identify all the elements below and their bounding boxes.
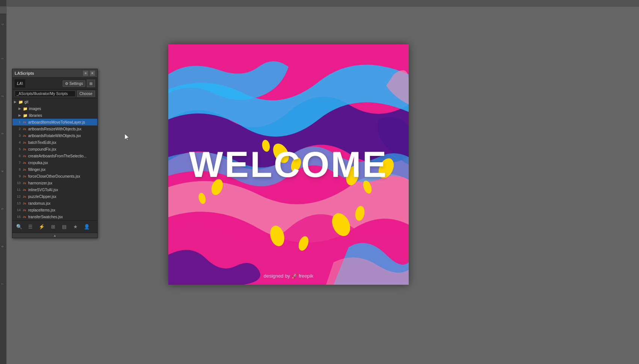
file-name: randomus.jsx <box>28 201 50 205</box>
jsx-file-icon: Js <box>22 207 27 213</box>
list-item[interactable]: 9 Js forceCloseOtherDocuments.jsx <box>12 173 97 180</box>
tab-layers[interactable]: ▤ <box>59 221 69 232</box>
settings-gear-icon: ⚙ <box>65 82 68 86</box>
list-item[interactable]: 15 Js transferSwatches.jsx <box>12 213 97 220</box>
item-number: 4 <box>14 140 21 144</box>
jsx-file-icon: Js <box>22 167 27 172</box>
chevron-right-icon: ▶ <box>18 107 21 110</box>
file-name: inlineSVGToAI.jsx <box>28 188 58 192</box>
tab-grid[interactable]: ⊞ <box>48 221 58 232</box>
jsx-file-icon: Js <box>22 174 27 179</box>
welcome-text: WELCOME <box>189 144 388 185</box>
settings-label: Settings <box>69 82 83 86</box>
lascripts-panel: LAScripts ≡ ✕ LA\ ⚙ Settings ⊞ Choose ▶ … <box>12 69 98 238</box>
list-item[interactable]: 14 Js replaceItems.jsx <box>12 207 97 213</box>
item-number: 14 <box>14 208 21 212</box>
artboard: WELCOME designed by 🚀 freepik <box>168 44 409 285</box>
panel-bottom-tabs: 🔍 ☰ ⚡ ⊞ ▤ ★ 👤 <box>12 220 97 233</box>
path-input[interactable] <box>15 91 76 97</box>
ruler-left: -1 1 2 3 4 5 6 7 <box>0 14 7 364</box>
choose-button[interactable]: Choose <box>77 91 95 97</box>
jsx-file-icon: Js <box>22 201 27 206</box>
chevron-right-icon: ▶ <box>18 113 21 117</box>
list-item[interactable]: 10 Js harmonizer.jsx <box>12 180 97 186</box>
path-row: Choose <box>12 89 97 98</box>
file-name: puzzleClipper.jsx <box>28 195 56 199</box>
item-number: 1 <box>14 120 21 124</box>
panel-minimize-button[interactable]: ≡ <box>83 71 88 76</box>
chevron-up-icon: ▲ <box>53 234 57 237</box>
list-item[interactable]: 3 Js artboardsRotateWithObjects.jsx <box>12 132 97 139</box>
list-item[interactable]: 5 Js compoundFix.jsx <box>12 146 97 153</box>
user-icon: 👤 <box>84 224 90 230</box>
list-item[interactable]: 7 Js cropulka.jsx <box>12 159 97 166</box>
folder-icon: 📁 <box>23 113 28 118</box>
file-name: artboardsRotateWithObjects.jsx <box>28 134 81 138</box>
settings-button[interactable]: ⚙ Settings <box>63 80 85 87</box>
jsx-file-icon: Js <box>22 147 27 152</box>
svg-text:5: 5 <box>1 208 4 210</box>
list-item[interactable]: ▶ 📁 images <box>12 105 97 112</box>
list-item[interactable]: 2 Js artboardsResizeWithObjects.jsx <box>12 125 97 132</box>
file-name: batchTextEdit.jsx <box>28 140 56 145</box>
tab-list[interactable]: ☰ <box>25 221 36 232</box>
list-item[interactable]: ▶ 📁 libraries <box>12 112 97 119</box>
svg-text:3: 3 <box>1 133 4 134</box>
list-item[interactable]: 11 Js inlineSVGToAI.jsx <box>12 186 97 193</box>
tab-user[interactable]: 👤 <box>82 221 92 232</box>
panel-title: LAScripts <box>15 71 34 76</box>
item-number: 15 <box>14 215 21 219</box>
jsx-file-icon: Js <box>22 133 27 138</box>
chevron-down-icon: ▶ <box>14 100 17 104</box>
tab-bolt[interactable]: ⚡ <box>36 221 47 232</box>
item-number: 13 <box>14 201 21 205</box>
canvas-area: WELCOME designed by 🚀 freepik <box>7 7 639 364</box>
list-item[interactable]: ▶ 📁 git <box>12 98 97 105</box>
bolt-icon: ⚡ <box>39 224 45 230</box>
list-item[interactable]: 6 Js createArtboardsFromTheSelectio... <box>12 153 97 159</box>
file-name: artboardsResizeWithObjects.jsx <box>28 127 82 131</box>
file-name: fillinger.jsx <box>28 168 45 172</box>
star-icon: ★ <box>73 224 78 230</box>
file-name: compoundFix.jsx <box>28 147 56 151</box>
list-item[interactable]: 13 Js randomus.jsx <box>12 200 97 207</box>
file-name: forceCloseOtherDocuments.jsx <box>28 174 80 178</box>
list-item[interactable]: 4 Js batchTextEdit.jsx <box>12 139 97 146</box>
panel-close-button[interactable]: ✕ <box>90 71 95 76</box>
svg-text:2: 2 <box>1 95 4 97</box>
list-item[interactable]: 12 Js puzzleClipper.jsx <box>12 193 97 200</box>
svg-text:-1: -1 <box>1 24 4 26</box>
la-logo: LA\ <box>15 79 25 88</box>
panel-controls: ≡ ✕ <box>83 71 95 76</box>
item-number: 7 <box>14 161 21 165</box>
svg-text:4: 4 <box>1 171 4 172</box>
item-number: 6 <box>14 154 21 158</box>
file-list[interactable]: ▶ 📁 git ▶ 📁 images ▶ 📁 libraries 1 Js ar… <box>12 98 97 220</box>
jsx-file-icon: Js <box>22 126 27 131</box>
item-number: 9 <box>14 174 21 178</box>
panel-collapse-button[interactable]: ▲ <box>12 233 97 238</box>
item-number: 10 <box>14 181 21 185</box>
list-item[interactable]: 8 Js fillinger.jsx <box>12 166 97 173</box>
item-number: 8 <box>14 168 21 171</box>
svg-text:7: 7 <box>1 283 4 285</box>
file-name: transferSwatches.jsx <box>28 215 63 219</box>
export-button[interactable]: ⊞ <box>87 80 95 87</box>
list-item[interactable]: 1 Js artboardItemsMoveToNewLayer.js <box>12 119 97 125</box>
file-name: cropulka.jsx <box>28 161 48 165</box>
panel-header: LAScripts ≡ ✕ <box>12 69 97 78</box>
file-name: replaceItems.jsx <box>28 208 55 212</box>
file-name: git <box>24 100 29 104</box>
item-number: 12 <box>14 195 21 198</box>
grid-icon: ⊞ <box>51 224 55 230</box>
ruler-corner <box>0 0 7 7</box>
file-name: artboardItemsMoveToNewLayer.js <box>28 120 85 124</box>
tab-star[interactable]: ★ <box>70 221 81 232</box>
jsx-file-icon: Js <box>22 119 27 125</box>
jsx-file-icon: Js <box>22 140 27 145</box>
item-number: 11 <box>14 188 21 192</box>
jsx-file-icon: Js <box>22 153 27 159</box>
export-icon: ⊞ <box>89 82 92 86</box>
tab-search[interactable]: 🔍 <box>14 221 24 232</box>
freepik-credit: designed by 🚀 freepik <box>264 273 313 279</box>
